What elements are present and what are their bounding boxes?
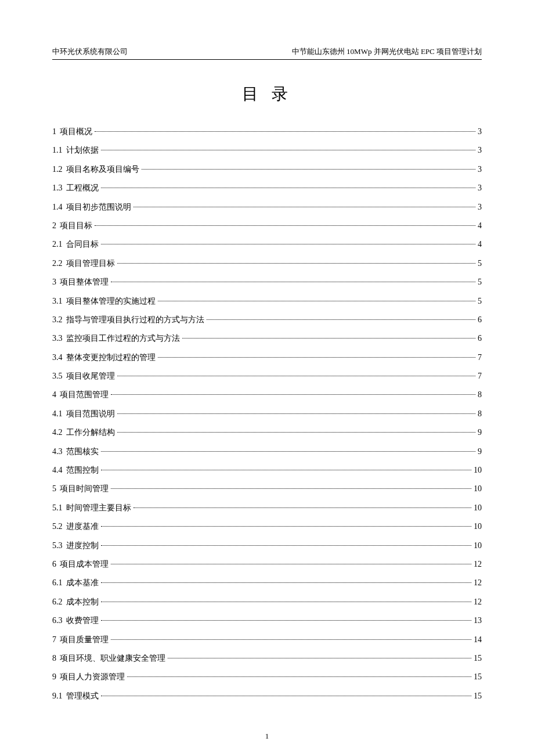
- toc-leader-dots: [95, 131, 475, 132]
- toc-entry: 5.3进度控制10: [52, 539, 482, 552]
- toc-label: 项目时间管理: [60, 483, 109, 495]
- toc-label: 项目范围管理: [60, 388, 109, 401]
- toc-entry: 4.4范围控制10: [52, 464, 482, 477]
- toc-page: 3: [478, 182, 482, 195]
- toc-page: 3: [478, 125, 482, 138]
- toc-label: 项目整体管理: [60, 276, 109, 289]
- toc-number: 2.2: [52, 257, 63, 270]
- toc-leader-dots: [101, 188, 476, 188]
- toc-leader-dots: [111, 394, 475, 395]
- toc-number: 5.3: [52, 539, 63, 552]
- toc-entry: 2.2项目管理目标5: [52, 257, 482, 270]
- toc-leader-dots: [101, 620, 472, 621]
- toc-entry: 1.4项目初步范围说明3: [52, 201, 482, 214]
- toc-label: 项目成本管理: [60, 558, 109, 571]
- toc-page: 3: [478, 144, 482, 157]
- toc-label: 范围控制: [66, 464, 99, 477]
- page-number: 1: [265, 732, 269, 740]
- toc-page: 10: [474, 539, 482, 552]
- toc-label: 工作分解结构: [66, 426, 115, 439]
- toc-page: 10: [474, 502, 482, 514]
- toc-entry: 3.2指导与管理项目执行过程的方式与方法6: [52, 314, 482, 326]
- toc-entry: 1.3工程概况3: [52, 182, 482, 195]
- toc-label: 项目环境、职业健康安全管理: [60, 652, 165, 665]
- toc-number: 1.3: [52, 182, 63, 195]
- toc-entry: 6项目成本管理12: [52, 558, 482, 571]
- toc-label: 收费管理: [66, 614, 99, 627]
- toc-number: 5.2: [52, 520, 63, 533]
- toc-entry: 3项目整体管理5: [52, 276, 482, 289]
- toc-leader-dots: [101, 602, 472, 602]
- toc-page: 15: [474, 652, 482, 665]
- toc-entry: 9.1管理模式15: [52, 690, 482, 703]
- toc-page: 8: [478, 388, 482, 401]
- toc-leader-dots: [182, 338, 476, 339]
- toc-number: 4: [52, 388, 56, 401]
- toc-page: 9: [478, 445, 482, 458]
- toc-entry: 6.2成本控制12: [52, 596, 482, 609]
- toc-entry: 3.1项目整体管理的实施过程5: [52, 295, 482, 308]
- toc-label: 时间管理主要目标: [66, 502, 131, 514]
- toc-page: 5: [478, 295, 482, 308]
- toc-number: 5: [52, 483, 56, 495]
- toc-page: 15: [474, 690, 482, 703]
- toc-leader-dots: [168, 658, 471, 658]
- toc-leader-dots: [101, 696, 472, 696]
- toc-number: 4.4: [52, 464, 63, 477]
- toc-entry: 8项目环境、职业健康安全管理15: [52, 652, 482, 665]
- toc-label: 指导与管理项目执行过程的方式与方法: [66, 314, 204, 326]
- header-company: 中环光伏系统有限公司: [52, 46, 128, 57]
- toc-number: 4.1: [52, 408, 63, 420]
- toc-number: 7: [52, 633, 56, 646]
- toc-label: 项目管理目标: [66, 257, 115, 270]
- toc-page: 9: [478, 426, 482, 439]
- toc-number: 3.2: [52, 314, 63, 326]
- toc-leader-dots: [101, 150, 476, 150]
- toc-entry: 1.1计划依据3: [52, 144, 482, 157]
- toc-leader-dots: [127, 676, 471, 677]
- toc-number: 6.1: [52, 577, 63, 589]
- toc-entry: 3.4整体变更控制过程的管理7: [52, 351, 482, 364]
- toc-entry: 1项目概况3: [52, 125, 482, 138]
- toc-page: 6: [478, 332, 482, 345]
- toc-label: 项目初步范围说明: [66, 201, 131, 214]
- toc-number: 8: [52, 652, 56, 665]
- toc-label: 进度基准: [66, 520, 99, 533]
- toc-number: 3.4: [52, 351, 63, 364]
- toc-page: 12: [474, 577, 482, 589]
- header-project: 中节能山东德州 10MWp 并网光伏电站 EPC 项目管理计划: [292, 46, 482, 57]
- toc-page: 14: [474, 633, 482, 646]
- toc-number: 5.1: [52, 502, 63, 514]
- toc-label: 项目整体管理的实施过程: [66, 295, 156, 308]
- toc-number: 2: [52, 219, 56, 232]
- toc-leader-dots: [158, 301, 476, 301]
- page-footer: 1: [52, 732, 482, 741]
- toc-leader-dots: [158, 357, 476, 358]
- toc-page: 12: [474, 596, 482, 609]
- toc-leader-dots: [111, 282, 475, 282]
- page-header: 中环光伏系统有限公司 中节能山东德州 10MWp 并网光伏电站 EPC 项目管理…: [52, 46, 482, 60]
- toc-page: 6: [478, 314, 482, 326]
- toc-number: 1: [52, 125, 56, 138]
- toc-number: 6.2: [52, 596, 63, 609]
- toc-number: 9: [52, 671, 56, 683]
- toc-number: 3: [52, 276, 56, 289]
- toc-leader-dots: [95, 225, 475, 226]
- toc-leader-dots: [142, 169, 476, 170]
- toc-entry: 4.2工作分解结构9: [52, 426, 482, 439]
- toc-number: 6: [52, 558, 56, 571]
- toc-label: 项目名称及项目编号: [66, 163, 139, 176]
- toc-page: 7: [478, 370, 482, 383]
- toc-list: 1项目概况31.1计划依据31.2项目名称及项目编号31.3工程概况31.4项目…: [52, 125, 482, 703]
- toc-label: 项目目标: [60, 219, 92, 232]
- toc-entry: 2.1合同目标4: [52, 238, 482, 251]
- toc-entry: 4项目范围管理8: [52, 388, 482, 401]
- toc-page: 12: [474, 558, 482, 571]
- toc-label: 范围核实: [66, 445, 99, 458]
- toc-leader-dots: [117, 263, 476, 264]
- toc-leader-dots: [134, 207, 476, 207]
- toc-page: 3: [478, 163, 482, 176]
- toc-page: 15: [474, 671, 482, 683]
- toc-number: 2.1: [52, 238, 63, 251]
- toc-label: 计划依据: [66, 144, 99, 157]
